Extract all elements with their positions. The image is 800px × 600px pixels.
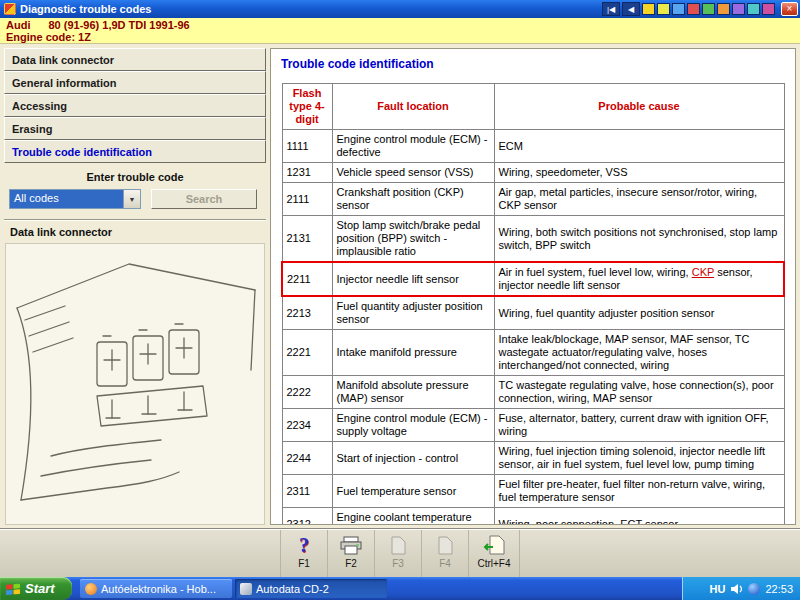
fault-location-cell: Engine coolant temperature (ECT) sensor (332, 508, 494, 526)
toolbar-icon-4[interactable] (687, 3, 700, 15)
sidebar-item-data-link-connector[interactable]: Data link connector (4, 48, 266, 71)
close-button[interactable]: × (781, 2, 798, 16)
toolbar-icon-9[interactable] (762, 3, 775, 15)
probable-cause-cell: Wiring, both switch positions not synchr… (494, 216, 784, 263)
flash-code-cell: 1231 (282, 163, 332, 183)
page-icon (438, 533, 453, 557)
toolbar-icon-6[interactable] (717, 3, 730, 15)
toolbar-icon-1[interactable] (642, 3, 655, 15)
sidebar-item-label: General information (12, 77, 117, 89)
fault-location-cell: Intake manifold pressure (332, 330, 494, 376)
table-row[interactable]: 2111Crankshaft position (CKP) sensorAir … (282, 183, 784, 216)
content-area: Data link connector General information … (0, 44, 800, 529)
header-flash-type: Flash type 4-digit (282, 84, 332, 130)
taskbar-app-label: Autodata CD-2 (256, 583, 329, 595)
taskbar-app-label: Autóelektronika - Hob... (101, 583, 216, 595)
toolbar-icon-7[interactable] (732, 3, 745, 15)
taskbar-app-autoelektronika[interactable]: Autóelektronika - Hob... (80, 579, 232, 598)
flash-code-cell: 2311 (282, 475, 332, 508)
window-title: Diagnostic trouble codes (20, 3, 602, 15)
vehicle-info-bar: Audi80 (91-96) 1,9D TDI 1991-96 Engine c… (0, 18, 800, 44)
code-filter-dropdown[interactable]: All codes ▼ (9, 189, 141, 209)
toolbar-icon-3[interactable] (672, 3, 685, 15)
printer-icon (340, 533, 362, 557)
sidebar-item-label: Data link connector (12, 54, 114, 66)
start-label: Start (25, 581, 55, 596)
probable-cause-cell: Fuel filter pre-heater, fuel filter non-… (494, 475, 784, 508)
header-fault-location: Fault location (332, 84, 494, 130)
flash-code-cell: 2221 (282, 330, 332, 376)
fault-location-cell: Vehicle speed sensor (VSS) (332, 163, 494, 183)
vehicle-model: 80 (91-96) 1,9D TDI 1991-96 (48, 19, 189, 31)
fault-location-cell: Fuel temperature sensor (332, 475, 494, 508)
toolbar-icon-5[interactable] (702, 3, 715, 15)
probable-cause-cell: Fuse, alternator, battery, current draw … (494, 409, 784, 442)
sidebar-item-general-information[interactable]: General information (4, 71, 266, 94)
sidebar-item-trouble-code-identification[interactable]: Trouble code identification (4, 140, 266, 163)
f4-button[interactable]: F4 (421, 530, 468, 577)
volume-icon[interactable] (730, 583, 743, 595)
flash-code-cell: 2111 (282, 183, 332, 216)
flash-code-cell: 2213 (282, 296, 332, 330)
ckp-link[interactable]: CKP (692, 266, 714, 278)
application-window: Diagnostic trouble codes |◀ ◀ × Audi80 (… (0, 0, 800, 600)
start-button[interactable]: Start (0, 577, 72, 600)
table-row[interactable]: 2222Manifold absolute pressure (MAP) sen… (282, 376, 784, 409)
page-back-icon (483, 533, 506, 557)
fault-location-cell: Engine control module (ECM) - supply vol… (332, 409, 494, 442)
probable-cause-cell: Wiring, fuel injection timing solenoid, … (494, 442, 784, 475)
table-row[interactable]: 2213Fuel quantity adjuster position sens… (282, 296, 784, 330)
table-row[interactable]: 2211Injector needle lift sensorAir in fu… (282, 262, 784, 296)
taskbar-app-autodata[interactable]: Autodata CD-2 (235, 579, 387, 598)
sidebar-item-label: Accessing (12, 100, 67, 112)
tray-status-icon[interactable] (748, 583, 760, 595)
toolbar-icon-2[interactable] (657, 3, 670, 15)
nav-first-button[interactable]: |◀ (602, 2, 620, 16)
table-row[interactable]: 2131Stop lamp switch/brake pedal positio… (282, 216, 784, 263)
windows-logo-icon (6, 582, 21, 596)
fault-location-cell: Fuel quantity adjuster position sensor (332, 296, 494, 330)
f1-help-button[interactable]: ? F1 (280, 530, 327, 577)
probable-cause-cell: Air gap, metal particles, insecure senso… (494, 183, 784, 216)
sidebar-item-erasing[interactable]: Erasing (4, 117, 266, 140)
fault-location-cell: Injector needle lift sensor (332, 262, 494, 296)
function-key-bar: ? F1 F2 F3 (0, 529, 800, 577)
table-row[interactable]: 2244Start of injection - controlWiring, … (282, 442, 784, 475)
probable-cause-cell: TC wastegate regulating valve, hose conn… (494, 376, 784, 409)
fault-location-cell: Engine control module (ECM) - defective (332, 130, 494, 163)
sidebar-item-label: Erasing (12, 123, 52, 135)
browser-icon (85, 583, 97, 595)
language-indicator[interactable]: HU (710, 583, 726, 595)
table-row[interactable]: 2234Engine control module (ECM) - supply… (282, 409, 784, 442)
probable-cause-cell: Intake leak/blockage, MAP sensor, MAF se… (494, 330, 784, 376)
fault-location-cell: Manifold absolute pressure (MAP) sensor (332, 376, 494, 409)
flash-code-cell: 2211 (282, 262, 332, 296)
flash-code-cell: 2312 (282, 508, 332, 526)
fault-location-cell: Start of injection - control (332, 442, 494, 475)
titlebar-buttons: |◀ ◀ × (602, 2, 798, 16)
vehicle-make: Audi (6, 19, 30, 31)
table-row[interactable]: 2221Intake manifold pressureIntake leak/… (282, 330, 784, 376)
search-button[interactable]: Search (151, 189, 257, 209)
toolbar-icon-8[interactable] (747, 3, 760, 15)
probable-cause-cell: Wiring, fuel quantity adjuster position … (494, 296, 784, 330)
f2-print-button[interactable]: F2 (327, 530, 374, 577)
taskbar-apps: Autóelektronika - Hob... Autodata CD-2 (72, 577, 682, 600)
probable-cause-cell: ECM (494, 130, 784, 163)
data-link-connector-diagram (5, 243, 265, 525)
f3-button[interactable]: F3 (374, 530, 421, 577)
trouble-code-table: Flash type 4-digit Fault location Probab… (281, 83, 785, 525)
clock: 22:53 (765, 583, 793, 595)
page-icon (391, 533, 406, 557)
table-row[interactable]: 2312Engine coolant temperature (ECT) sen… (282, 508, 784, 526)
main-panel: Trouble code identification Flash type 4… (270, 48, 796, 525)
sidebar-item-accessing[interactable]: Accessing (4, 94, 266, 117)
nav-back-button[interactable]: ◀ (622, 2, 640, 16)
table-row[interactable]: 2311Fuel temperature sensorFuel filter p… (282, 475, 784, 508)
ctrl-f4-button[interactable]: Ctrl+F4 (468, 530, 520, 577)
dropdown-selected-value: All codes (10, 190, 123, 208)
left-panel: Data link connector General information … (4, 48, 266, 525)
table-row[interactable]: 1231Vehicle speed sensor (VSS)Wiring, sp… (282, 163, 784, 183)
table-row[interactable]: 1111Engine control module (ECM) - defect… (282, 130, 784, 163)
flash-code-cell: 2131 (282, 216, 332, 263)
